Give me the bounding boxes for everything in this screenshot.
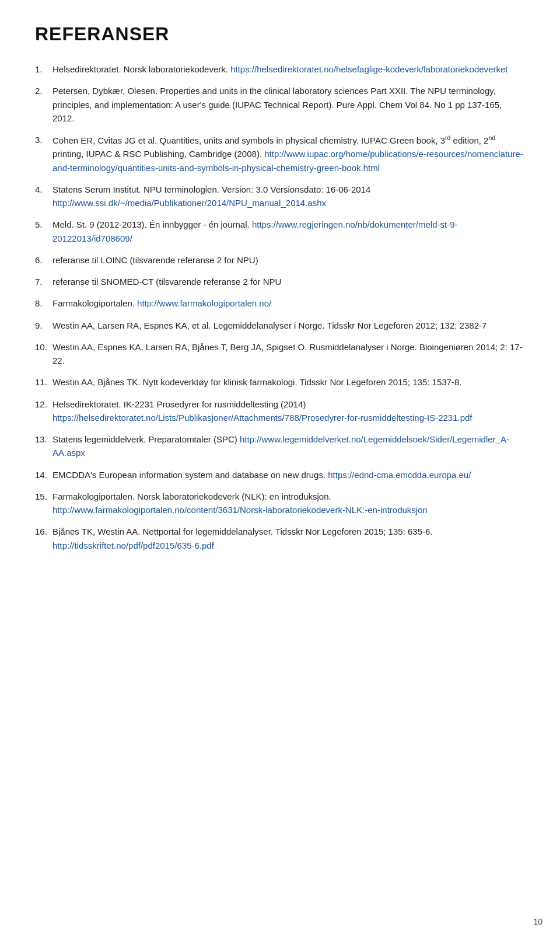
- ref-number: 9.: [35, 319, 52, 332]
- ref-content: Statens Serum Institut. NPU terminologie…: [52, 183, 525, 210]
- ref-content: Statens legemiddelverk. Preparatomtaler …: [52, 433, 525, 460]
- ref-number: 5.: [35, 218, 52, 245]
- ref-link[interactable]: http://tidsskriftet.no/pdf/pdf2015/635-6…: [52, 541, 214, 550]
- list-item: 7.referanse til SNOMED-CT (tilsvarende r…: [35, 275, 525, 288]
- ref-number: 15.: [35, 490, 52, 517]
- list-item: 6.referanse til LOINC (tilsvarende refer…: [35, 253, 525, 267]
- ref-content: EMCDDA's European information system and…: [52, 468, 525, 482]
- ref-content: Meld. St. 9 (2012-2013). Én innbygger - …: [52, 218, 525, 245]
- ref-link[interactable]: https://helsedirektoratet.no/Lists/Publi…: [52, 413, 473, 423]
- list-item: 3.Cohen ER, Cvitas JG et al. Quantities,…: [35, 133, 525, 175]
- ref-content: Bjånes TK, Westin AA. Nettportal for leg…: [52, 525, 525, 552]
- list-item: 14.EMCDDA's European information system …: [35, 468, 525, 482]
- ref-link[interactable]: http://www.farmakologiportalen.no/: [137, 298, 271, 308]
- ref-content: Farmakologiportalen. http://www.farmakol…: [52, 297, 525, 310]
- list-item: 9.Westin AA, Larsen RA, Espnes KA, et al…: [35, 319, 525, 332]
- ref-number: 10.: [35, 340, 52, 368]
- ref-content: Westin AA, Bjånes TK. Nytt kodeverktøy f…: [52, 375, 525, 389]
- ref-number: 11.: [35, 375, 52, 389]
- superscript: nd: [488, 134, 495, 141]
- list-item: 13.Statens legemiddelverk. Preparatomtal…: [35, 433, 525, 460]
- ref-link[interactable]: http://www.farmakologiportalen.no/conten…: [52, 505, 428, 515]
- ref-content: Helsedirektoratet. Norsk laboratoriekode…: [52, 62, 525, 76]
- ref-link[interactable]: https://helsedirektoratet.no/helsefaglig…: [230, 64, 508, 74]
- ref-number: 12.: [35, 397, 52, 425]
- superscript: rd: [445, 134, 450, 141]
- list-item: 16.Bjånes TK, Westin AA. Nettportal for …: [35, 525, 525, 552]
- ref-number: 16.: [35, 525, 52, 552]
- ref-content: Westin AA, Espnes KA, Larsen RA, Bjånes …: [52, 340, 525, 368]
- list-item: 8.Farmakologiportalen. http://www.farmak…: [35, 297, 525, 310]
- ref-content: Petersen, Dybkær, Olesen. Properties and…: [52, 84, 525, 125]
- ref-number: 2.: [35, 84, 52, 125]
- ref-content: referanse til LOINC (tilsvarende referan…: [52, 253, 525, 267]
- ref-content: Westin AA, Larsen RA, Espnes KA, et al. …: [52, 319, 525, 332]
- list-item: 10.Westin AA, Espnes KA, Larsen RA, Bjån…: [35, 340, 525, 368]
- ref-link[interactable]: http://www.iupac.org/home/publications/e…: [52, 149, 523, 172]
- ref-number: 13.: [35, 433, 52, 460]
- ref-number: 7.: [35, 275, 52, 288]
- ref-number: 14.: [35, 468, 52, 482]
- ref-content: Farmakologiportalen. Norsk laboratorieko…: [52, 490, 525, 517]
- list-item: 5.Meld. St. 9 (2012-2013). Én innbygger …: [35, 218, 525, 245]
- references-list: 1.Helsedirektoratet. Norsk laboratorieko…: [35, 62, 525, 552]
- list-item: 1.Helsedirektoratet. Norsk laboratorieko…: [35, 62, 525, 76]
- list-item: 12.Helsedirektoratet. IK-2231 Prosedyrer…: [35, 397, 525, 425]
- ref-content: Helsedirektoratet. IK-2231 Prosedyrer fo…: [52, 397, 525, 425]
- ref-number: 4.: [35, 183, 52, 210]
- ref-link[interactable]: https://ednd-cma.emcdda.europa.eu/: [328, 470, 471, 480]
- ref-link[interactable]: http://www.legemiddelverket.no/Legemidde…: [52, 434, 509, 458]
- page-title: REFERANSER: [35, 23, 525, 45]
- list-item: 15.Farmakologiportalen. Norsk laboratori…: [35, 490, 525, 517]
- ref-number: 6.: [35, 253, 52, 267]
- ref-content: Cohen ER, Cvitas JG et al. Quantities, u…: [52, 133, 525, 175]
- ref-number: 3.: [35, 133, 52, 175]
- list-item: 11.Westin AA, Bjånes TK. Nytt kodeverktø…: [35, 375, 525, 389]
- ref-link[interactable]: http://www.ssi.dk/~/media/Publikationer/…: [52, 198, 326, 208]
- ref-content: referanse til SNOMED-CT (tilsvarende ref…: [52, 275, 525, 288]
- ref-number: 8.: [35, 297, 52, 310]
- list-item: 4.Statens Serum Institut. NPU terminolog…: [35, 183, 525, 210]
- list-item: 2.Petersen, Dybkær, Olesen. Properties a…: [35, 84, 525, 125]
- ref-link[interactable]: https://www.regjeringen.no/nb/dokumenter…: [52, 219, 458, 243]
- ref-number: 1.: [35, 62, 52, 76]
